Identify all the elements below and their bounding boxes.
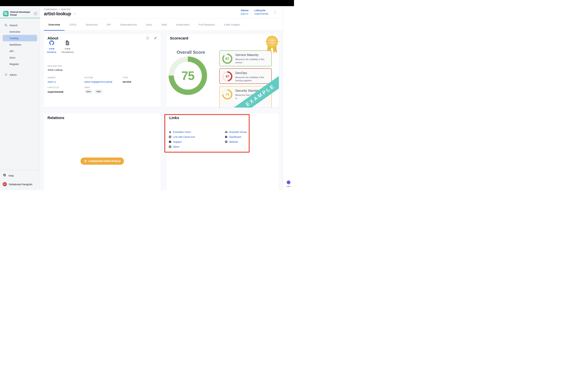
lifecycle-value: experimental xyxy=(255,12,268,15)
tab-kubernetes[interactable]: Kubernetes xyxy=(171,19,194,30)
sidebar-item-search[interactable]: Search xyxy=(0,22,40,28)
window-top-bar xyxy=(0,0,294,6)
sidebar-item-overview[interactable]: Overview xyxy=(0,28,40,35)
owner-label: Owner xyxy=(241,9,249,12)
sidebar-item-label: API xyxy=(10,50,14,53)
tab-overview[interactable]: Overview xyxy=(44,19,65,30)
tab-pull-requests[interactable]: Pull Requests xyxy=(194,19,219,30)
links-card: Links Examples Users xyxy=(166,114,279,190)
description-label: DESCRIPTION xyxy=(48,65,62,67)
sidebar-item-label: Catalog xyxy=(10,37,18,40)
link-label: Website xyxy=(229,140,238,143)
link-label: Alerts xyxy=(173,145,179,148)
sidebar-nav: Search Overview Catalog Workflows API xyxy=(0,18,40,78)
search-icon xyxy=(4,24,7,27)
sidebar-item-register[interactable]: Register xyxy=(0,61,40,67)
score-value: 47 xyxy=(222,71,233,82)
tag-chip[interactable]: java xyxy=(84,89,93,94)
refresh-icon[interactable] xyxy=(146,37,149,40)
score-item-service-maturity[interactable]: 87 Service Maturity Measures the reliabi… xyxy=(219,50,272,66)
score-desc: Measures the reliability of the DevOps p… xyxy=(235,76,269,82)
owner-field-value[interactable]: team-a xyxy=(48,80,56,83)
link-examples-users[interactable]: Examples Users xyxy=(169,130,195,134)
link-alerts[interactable]: Alerts xyxy=(169,144,195,149)
link-label: Example Group xyxy=(229,131,247,133)
badge-line2: Tier xyxy=(270,42,274,44)
score-item-devops[interactable]: 47 DevOps Measures the reliability of th… xyxy=(219,68,272,84)
page-header: COMPONENT — SERVICE artist-lookup ☆ Owne… xyxy=(40,6,283,19)
tab-docs[interactable]: Docs xyxy=(141,19,156,30)
lifecycle-meta: Lifecycle experimental xyxy=(255,9,268,15)
link-support[interactable]: Support xyxy=(169,139,195,144)
relation-node-chip[interactable]: component:artist-lookup xyxy=(80,157,124,165)
chip-icon xyxy=(84,160,87,163)
globe-icon xyxy=(169,145,171,148)
link-cloud[interactable]: Link with Cloud Icon xyxy=(169,134,195,139)
dashboard-icon xyxy=(225,135,228,138)
aida-label: AIDA xyxy=(286,185,290,187)
globe-icon xyxy=(225,140,228,143)
sidebar-item-docs[interactable]: Docs xyxy=(0,54,40,61)
user-name: Debabrata Panigrahi xyxy=(9,183,32,186)
sidebar-item-catalog[interactable]: Catalog xyxy=(0,35,40,41)
portal-logo-icon xyxy=(3,11,8,16)
sidebar-item-label: Docs xyxy=(10,56,15,59)
link-label: Examples Users xyxy=(173,131,191,133)
system-field-value[interactable]: artist-engagement-portal xyxy=(84,80,112,83)
star-icon[interactable]: ☆ xyxy=(73,12,76,16)
aida-flower-icon xyxy=(286,180,291,185)
svg-text:?: ? xyxy=(4,174,5,175)
tag-chip[interactable]: data xyxy=(94,89,103,94)
owner-meta[interactable]: Owner team-a xyxy=(241,9,249,15)
lifecycle-field-label: LIFECYCLE xyxy=(48,86,59,88)
owner-value: team-a xyxy=(241,12,249,15)
user-menu[interactable]: DP Debabrata Panigrahi xyxy=(3,182,37,186)
link-website[interactable]: Website xyxy=(225,139,247,144)
help-button[interactable]: ? Help xyxy=(3,173,37,178)
screen: Internal Developer Portal Search xyxy=(0,0,294,190)
tab-scorecard[interactable]: Scorecard xyxy=(81,19,102,30)
score-donut: 87 xyxy=(222,53,233,64)
page-title: artist-lookup xyxy=(44,11,71,17)
score-donut: 74 xyxy=(222,89,233,100)
view-techdocs-label: VIEW TECHDOCS xyxy=(60,47,75,54)
relation-node-label: component:artist-lookup xyxy=(89,160,120,163)
sidebar-item-workflows[interactable]: Workflows xyxy=(0,41,40,48)
tab-code-insights[interactable]: Code Insights xyxy=(219,19,245,30)
link-example-group[interactable]: Example Group xyxy=(225,130,247,134)
kebab-menu-icon[interactable] xyxy=(274,10,276,15)
link-dashboard[interactable]: Dashboard xyxy=(225,134,247,139)
score-desc: Measures the reliability of this service xyxy=(235,58,269,64)
overall-score-value: 75 xyxy=(169,57,207,95)
tab-dependencies[interactable]: Dependencies xyxy=(115,19,141,30)
tab-todo[interactable]: Todo xyxy=(156,19,171,30)
links-title: Links xyxy=(169,116,179,120)
right-panel-strip: AIDA xyxy=(283,6,294,190)
link-label: Dashboard xyxy=(229,135,241,138)
globe-icon xyxy=(169,135,171,138)
view-techdocs-button[interactable]: VIEW TECHDOCS xyxy=(60,40,75,54)
edit-pencil-icon[interactable] xyxy=(154,37,157,40)
tab-api[interactable]: API xyxy=(102,19,115,30)
sidebar-item-api[interactable]: API xyxy=(0,48,40,54)
relations-card: Relations component:artist-lookup xyxy=(44,114,161,190)
apps-grid-icon[interactable] xyxy=(34,12,37,15)
sidebar-footer: ? Help DP Debabrata Panigrahi xyxy=(0,170,40,190)
view-source-label: VIEW SOURCE xyxy=(45,47,58,54)
aida-assistant-button[interactable]: AIDA xyxy=(283,180,294,187)
people-icon xyxy=(225,131,228,133)
badge-line1: Gold xyxy=(270,39,274,42)
sidebar-item-admin[interactable]: Admin xyxy=(0,72,40,78)
tab-bar: Overview CI/CD Scorecard API Dependencie… xyxy=(40,19,283,31)
content: About xyxy=(40,31,283,190)
main-area: COMPONENT — SERVICE artist-lookup ☆ Owne… xyxy=(40,6,283,190)
view-source-button[interactable]: VIEW SOURCE xyxy=(45,40,58,54)
person-icon xyxy=(169,131,171,133)
help-label: Help xyxy=(8,174,14,177)
tab-cicd[interactable]: CI/CD xyxy=(65,19,81,30)
overall-score-donut: 75 xyxy=(169,57,207,95)
gear-icon xyxy=(4,73,7,76)
type-field-value: service xyxy=(122,80,131,83)
lifecycle-field-value: experimental xyxy=(48,90,63,93)
score-name: Service Maturity xyxy=(235,53,258,57)
